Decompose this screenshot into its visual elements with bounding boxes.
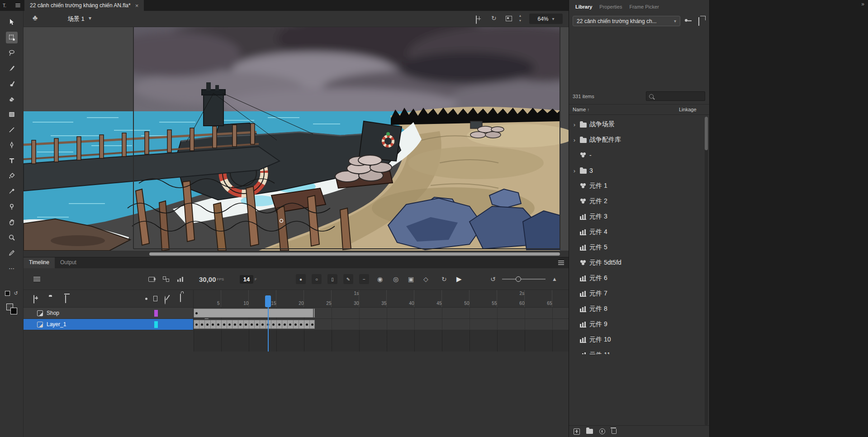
layer-color-swatch[interactable]: [154, 321, 158, 328]
collapse-panels-icon[interactable]: »: [861, 1, 864, 7]
fluid-brush-tool[interactable]: [6, 62, 18, 74]
tab-output[interactable]: Output: [55, 257, 82, 268]
new-library-panel-icon[interactable]: [698, 17, 699, 26]
expander-chevron-icon[interactable]: ›: [572, 137, 577, 143]
selection-tool[interactable]: [6, 16, 18, 28]
paint-bucket-tool[interactable]: [6, 170, 18, 182]
expander-chevron-icon[interactable]: ›: [572, 121, 577, 128]
layer-parenting-icon[interactable]: [163, 276, 169, 282]
highlight-layers-icon[interactable]: [145, 298, 147, 300]
timeline-menu-icon[interactable]: [558, 261, 564, 265]
insert-frame-button[interactable]: ▯: [327, 274, 337, 284]
clip-content-icon[interactable]: [506, 16, 512, 21]
play-button[interactable]: ▶: [456, 268, 462, 290]
hand-tool[interactable]: [6, 216, 18, 228]
eyedropper-tool[interactable]: [6, 185, 18, 197]
library-item[interactable]: 元件 10: [569, 332, 702, 347]
more-tools-icon[interactable]: ⋯: [6, 262, 18, 274]
timeline-layer-row[interactable]: Layer_1: [24, 319, 569, 330]
stage-canvas[interactable]: [24, 27, 569, 251]
add-layer-button[interactable]: [33, 295, 34, 304]
fill-stroke-color-chips[interactable]: [6, 304, 17, 314]
playhead-line[interactable]: [268, 307, 269, 352]
scrollbar-thumb[interactable]: [705, 117, 708, 150]
new-symbol-button[interactable]: [574, 428, 580, 435]
lasso-tool[interactable]: [6, 47, 18, 59]
zoom-select[interactable]: 64% ▾: [529, 14, 563, 24]
library-item[interactable]: 元件 2: [569, 194, 702, 209]
library-item[interactable]: 元件 11: [569, 347, 702, 354]
library-search-box[interactable]: [646, 91, 705, 101]
timeline-layer-row[interactable]: Shop: [24, 308, 569, 319]
layers-icon[interactable]: [33, 277, 40, 281]
edit-multiple-frames-button[interactable]: ▣: [408, 268, 414, 290]
eraser-tool[interactable]: [6, 93, 18, 105]
insert-keyframe-button[interactable]: ●: [296, 274, 306, 284]
show-hide-all-icon[interactable]: [165, 296, 166, 304]
library-column-headers[interactable]: Name ↑ Linkage: [569, 104, 709, 115]
new-folder-button[interactable]: [586, 429, 593, 434]
remove-frame-button[interactable]: −: [359, 274, 369, 284]
document-tab[interactable]: 22 cảnh chiến trường kháng chiến AN.fla*…: [24, 0, 144, 11]
timeline-zoom-slider[interactable]: [502, 279, 545, 280]
library-item[interactable]: ›战争配件库: [569, 132, 702, 147]
library-scrollbar[interactable]: [705, 117, 708, 425]
library-item[interactable]: -: [569, 147, 702, 163]
library-item[interactable]: 元件 8: [569, 301, 702, 317]
tab-timeline[interactable]: Timeline: [24, 257, 55, 268]
scrollbar-thumb[interactable]: [149, 252, 560, 256]
frame-ruler[interactable]: 1s2s 5101520253035404550556065: [194, 290, 569, 308]
library-item[interactable]: ›3: [569, 163, 702, 178]
delete-layer-button[interactable]: [65, 295, 66, 303]
onion-skin-outlines-button[interactable]: ◎: [393, 268, 398, 290]
library-item[interactable]: ›战争场景: [569, 117, 702, 132]
zoom-stepper[interactable]: ▴ ▾: [519, 13, 521, 23]
free-transform-tool[interactable]: [6, 32, 18, 43]
column-linkage[interactable]: Linkage: [679, 107, 697, 112]
modify-markers-button[interactable]: ◇: [423, 268, 428, 290]
scene-name[interactable]: 场景 1: [68, 15, 85, 23]
layer-frames-track[interactable]: [194, 319, 569, 330]
library-item[interactable]: 元件 1: [569, 178, 702, 194]
slider-handle[interactable]: [516, 276, 521, 282]
library-item[interactable]: 元件 5: [569, 240, 702, 255]
rotation-icon[interactable]: ↻: [491, 14, 497, 22]
swap-colors-icon[interactable]: ↺: [14, 290, 18, 296]
zoom-step-down-icon[interactable]: ▾: [519, 18, 521, 23]
search-input[interactable]: [656, 93, 702, 100]
outline-layers-icon[interactable]: [153, 296, 157, 301]
tools-panel-menu-icon[interactable]: [15, 4, 20, 7]
tab-properties[interactable]: Properties: [597, 2, 625, 11]
current-frame-display[interactable]: 14: [240, 275, 253, 284]
library-document-select[interactable]: 22 cảnh chiến trường kháng ch... ▾: [573, 16, 680, 26]
camera-icon[interactable]: [148, 277, 155, 282]
layer-frames-track[interactable]: [194, 308, 569, 318]
onion-skin-button[interactable]: ◉: [377, 268, 383, 290]
insert-blank-keyframe-button[interactable]: ○: [312, 274, 322, 284]
column-name[interactable]: Name: [573, 107, 586, 112]
library-item[interactable]: 元件 9: [569, 317, 702, 332]
library-item[interactable]: 元件 4: [569, 224, 702, 240]
stage-horizontal-scrollbar[interactable]: [24, 251, 569, 257]
pen-tool[interactable]: [6, 139, 18, 151]
zoom-tool[interactable]: [6, 232, 18, 243]
layer-name[interactable]: Shop: [47, 310, 59, 316]
zoom-step-up-icon[interactable]: ▴: [519, 13, 521, 18]
auto-keyframe-button[interactable]: ✎: [343, 274, 353, 284]
text-tool[interactable]: [6, 155, 18, 166]
item-properties-button[interactable]: [599, 428, 605, 434]
expander-chevron-icon[interactable]: ›: [572, 167, 577, 174]
layer-color-swatch[interactable]: [154, 310, 158, 317]
asset-warp-tool[interactable]: [6, 201, 18, 213]
center-playhead-button[interactable]: ↺: [490, 268, 496, 290]
playhead-marker[interactable]: [265, 295, 271, 307]
library-item[interactable]: 元件 5dt5fd: [569, 255, 702, 271]
frame-view-icon[interactable]: ▲: [552, 268, 557, 290]
scene-clover-icon[interactable]: ♣: [33, 14, 38, 23]
library-item[interactable]: 元件 3: [569, 209, 702, 224]
library-item[interactable]: 元件 6: [569, 271, 702, 286]
layer-name[interactable]: Layer_1: [47, 321, 66, 328]
graph-editor-icon[interactable]: [177, 276, 183, 282]
lock-all-icon[interactable]: [180, 294, 181, 302]
tab-library[interactable]: Library: [573, 2, 595, 11]
